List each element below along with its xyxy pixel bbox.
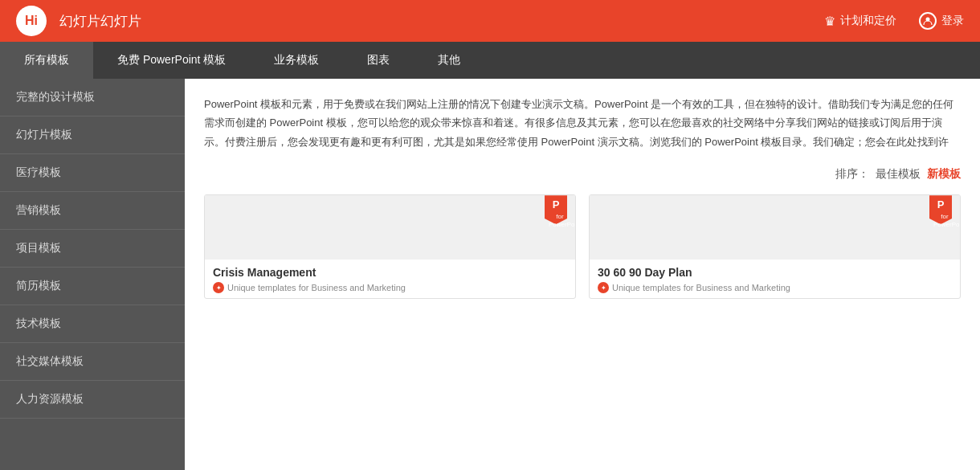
content-area: PowerPoint 模板和元素，用于免费或在我们网站上注册的情况下创建专业演示… [185, 79, 980, 470]
sidebar-item-marketing-label: 营销模板 [16, 203, 61, 218]
plan-pricing-button[interactable]: ♛ 计划和定价 [824, 14, 896, 29]
sidebar-item-slides[interactable]: 幻灯片模板 [0, 116, 185, 154]
user-icon [919, 12, 937, 30]
main-layout: 完整的设计模板 幻灯片模板 医疗模板 营销模板 项目模板 简历模板 技术模板 社… [0, 79, 980, 470]
plan-label: 计划和定价 [840, 14, 896, 28]
description-text: PowerPoint 模板和元素，用于免费或在我们网站上注册的情况下创建专业演示… [204, 95, 961, 151]
login-label: 登录 [941, 14, 964, 28]
badge-letter-2: P [937, 198, 945, 210]
header-right: ♛ 计划和定价 登录 [824, 12, 964, 30]
card-subtitle-2: ✦ Unique templates for Business and Mark… [590, 282, 960, 298]
card-sub-text-1: Unique templates for Business and Market… [227, 283, 406, 292]
sidebar-item-hr-label: 人力资源模板 [16, 392, 84, 407]
nav-item-all-templates[interactable]: 所有模板 [0, 42, 93, 79]
sidebar-item-slides-label: 幻灯片模板 [16, 128, 72, 142]
sidebar-item-hr[interactable]: 人力资源模板 [0, 381, 185, 419]
sort-label: 排序： [835, 167, 869, 182]
sort-new-link[interactable]: 新模板 [927, 167, 961, 182]
card-dot-2: ✦ [598, 282, 609, 293]
sidebar-item-medical[interactable]: 医疗模板 [0, 154, 185, 192]
badge-letter-1: P [553, 198, 560, 210]
sidebar-item-social-label: 社交媒体模板 [16, 354, 84, 369]
sidebar-item-resume[interactable]: 简历模板 [0, 268, 185, 305]
logo-letter: Hi [25, 14, 38, 28]
card-306090[interactable]: P for PowerPoint 30 60 90 Day Plan ✦ Uni… [589, 194, 961, 299]
card-title-2: 30 60 90 Day Plan [590, 260, 960, 282]
card-thumbnail-2: P for PowerPoint [590, 195, 960, 260]
navbar: 所有模板 免费 PowerPoint 模板 业务模板 图表 其他 [0, 42, 980, 79]
sidebar-item-social[interactable]: 社交媒体模板 [0, 343, 185, 381]
sidebar-item-complete-label: 完整的设计模板 [16, 90, 95, 104]
nav-item-charts[interactable]: 图表 [343, 42, 414, 79]
logo-text: 幻灯片幻灯片 [59, 12, 811, 31]
sidebar: 完整的设计模板 幻灯片模板 医疗模板 营销模板 项目模板 简历模板 技术模板 社… [0, 79, 185, 470]
nav-item-business-label: 业务模板 [274, 53, 319, 67]
for-ppt-label-1: for PowerPoint [549, 213, 571, 228]
card-subtitle-1: ✦ Unique templates for Business and Mark… [205, 282, 575, 298]
header: Hi 幻灯片幻灯片 ♛ 计划和定价 登录 [0, 0, 980, 42]
card-dot-1: ✦ [213, 282, 224, 293]
nav-item-all-label: 所有模板 [24, 53, 69, 67]
nav-item-free-label: 免费 PowerPoint 模板 [117, 53, 226, 67]
card-crisis-management[interactable]: P for PowerPoint Crisis Management ✦ Uni… [204, 194, 576, 299]
sidebar-item-complete-design[interactable]: 完整的设计模板 [0, 79, 185, 116]
nav-item-charts-label: 图表 [367, 53, 390, 67]
sidebar-item-resume-label: 简历模板 [16, 279, 61, 293]
sidebar-item-medical-label: 医疗模板 [16, 166, 61, 180]
for-ppt-label-2: for PowerPoint [933, 213, 956, 228]
login-button[interactable]: 登录 [919, 12, 964, 30]
nav-item-business[interactable]: 业务模板 [250, 42, 343, 79]
nav-item-other[interactable]: 其他 [414, 42, 484, 79]
sidebar-item-project-label: 项目模板 [16, 241, 61, 255]
nav-item-other-label: 其他 [438, 53, 460, 67]
sidebar-item-project[interactable]: 项目模板 [0, 230, 185, 268]
nav-item-free-ppt[interactable]: 免费 PowerPoint 模板 [93, 42, 250, 79]
sort-best-link[interactable]: 最佳模板 [876, 167, 921, 182]
sort-bar: 排序： 最佳模板 新模板 [204, 167, 961, 182]
sidebar-item-marketing[interactable]: 营销模板 [0, 192, 185, 230]
sidebar-item-tech[interactable]: 技术模板 [0, 305, 185, 343]
logo-circle: Hi [16, 6, 47, 36]
card-title-1: Crisis Management [205, 260, 575, 282]
cards-row: P for PowerPoint Crisis Management ✦ Uni… [204, 194, 961, 299]
card-sub-text-2: Unique templates for Business and Market… [612, 283, 790, 292]
card-thumbnail-1: P for PowerPoint [205, 195, 575, 260]
crown-icon: ♛ [824, 14, 835, 29]
sidebar-item-tech-label: 技术模板 [16, 317, 61, 331]
